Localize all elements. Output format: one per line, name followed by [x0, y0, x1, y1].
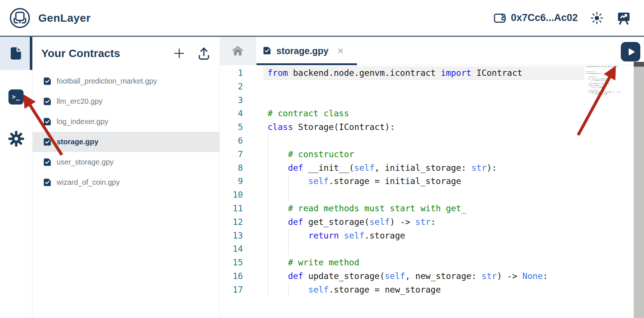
code-line: return self.storage: [268, 229, 548, 243]
code-editor[interactable]: 1234567891011121314151617 from backend.n…: [220, 65, 634, 318]
wallet-icon: [493, 11, 506, 25]
contract-file-item[interactable]: llm_erc20.gpy: [33, 91, 219, 112]
code-line: from backend.node.genvm.icontract import…: [268, 66, 548, 80]
brand: GenLayer: [10, 8, 91, 28]
wallet-address-chip[interactable]: 0x7Cc6...Ac02: [493, 11, 578, 25]
sidebar-item-files[interactable]: [0, 37, 32, 70]
code-line: [268, 188, 548, 202]
upload-icon: [197, 46, 211, 61]
contract-file-name: log_indexer.gpy: [57, 117, 108, 126]
run-contract-button[interactable]: [621, 42, 640, 61]
terminal-glyph: >_: [12, 93, 20, 100]
checked-file-icon: [43, 178, 52, 187]
checked-file-icon: [43, 97, 52, 106]
minimap-content: from backend.node.genvm.icontract import…: [586, 66, 633, 95]
contracts-panel-title: Your Contracts: [41, 47, 173, 60]
code-line: [268, 80, 548, 93]
checked-file-icon: [43, 138, 52, 146]
upload-contract-button[interactable]: [197, 46, 211, 61]
checked-file-icon: [263, 46, 271, 55]
theme-toggle-button[interactable]: [590, 11, 604, 25]
contracts-panel-header: Your Contracts: [33, 37, 219, 70]
contract-file-item[interactable]: football_prediction_market.gpy: [33, 71, 219, 91]
contract-file-item[interactable]: log_indexer.gpy: [33, 112, 219, 132]
genlayer-logo-icon: [10, 8, 30, 28]
code-lines: from backend.node.genvm.icontract import…: [268, 66, 548, 297]
line-number: 11: [220, 202, 243, 215]
line-number: 5: [220, 120, 243, 134]
code-line: self.storage = initial_storage: [268, 174, 548, 188]
line-number: 3: [220, 93, 243, 107]
contract-file-name: llm_erc20.gpy: [57, 97, 103, 106]
home-icon: [231, 45, 244, 58]
editor-tab-bar: storage.gpy ×: [220, 37, 644, 65]
tab-storage-gpy[interactable]: storage.gpy ×: [256, 37, 357, 65]
code-line: # write method: [268, 256, 548, 269]
line-number: 17: [220, 283, 243, 297]
line-number: 16: [220, 269, 243, 283]
line-numbers: 1234567891011121314151617: [220, 66, 243, 297]
contracts-list: football_prediction_market.gpy llm_erc20…: [33, 71, 219, 192]
line-number: 8: [220, 161, 243, 175]
contract-file-name: football_prediction_market.gpy: [57, 77, 157, 85]
checked-file-icon: [43, 77, 52, 85]
line-number: 12: [220, 215, 243, 229]
page-scrollbar[interactable]: [634, 62, 644, 318]
wallet-address: 0x7Cc6...Ac02: [511, 12, 578, 24]
top-header: GenLayer 0x7Cc6...Ac02: [0, 0, 644, 37]
terminal-icon: >_: [8, 89, 24, 105]
gear-icon: [8, 130, 25, 147]
code-line: [268, 242, 548, 256]
sidebar-item-settings[interactable]: [0, 124, 32, 153]
home-tab-button[interactable]: [220, 37, 256, 65]
line-number: 4: [220, 107, 243, 120]
sidebar-item-terminal[interactable]: >_: [0, 82, 32, 111]
code-line: self.storage = new_storage: [586, 93, 633, 95]
code-line: class Storage(IContract):: [268, 120, 548, 134]
contract-file-item[interactable]: storage.gpy: [33, 132, 219, 152]
checked-file-icon: [43, 117, 52, 126]
contract-file-name: wizard_of_coin.gpy: [57, 178, 120, 187]
presentation-board-icon: [616, 10, 631, 26]
contract-file-name: user_storage.gpy: [57, 158, 114, 166]
line-number: 15: [220, 256, 243, 269]
line-number: 9: [220, 174, 243, 188]
minimap[interactable]: from backend.node.genvm.icontract import…: [586, 66, 633, 106]
line-number: 7: [220, 148, 243, 161]
tab-close-icon[interactable]: ×: [337, 46, 344, 56]
code-line: [268, 134, 548, 148]
scrollbar-thumb[interactable]: [634, 62, 644, 67]
tab-file-check-slot: [263, 46, 272, 56]
sun-icon: [590, 11, 604, 25]
code-line: def update_storage(self, new_storage: st…: [268, 269, 548, 283]
line-number: 1: [220, 66, 243, 80]
code-line: [268, 93, 548, 107]
contract-file-item[interactable]: wizard_of_coin.gpy: [33, 172, 219, 192]
line-number: 6: [220, 134, 243, 148]
code-line: # contract class: [268, 107, 548, 120]
line-number: 13: [220, 229, 243, 243]
code-line: def get_storage(self) -> str:: [268, 215, 548, 229]
code-line: # read methods must start with get_: [268, 202, 548, 215]
code-line: # constructor: [268, 148, 548, 161]
line-number: 2: [220, 80, 243, 93]
checked-file-icon: [43, 158, 52, 166]
contract-file-name: storage.gpy: [57, 138, 98, 146]
add-contract-button[interactable]: [173, 47, 185, 60]
tab-label: storage.gpy: [276, 46, 329, 56]
icon-sidebar: >_: [0, 37, 32, 318]
contracts-panel: Your Contracts football_prediction_marke…: [33, 37, 220, 318]
line-number: 14: [220, 242, 243, 256]
contract-file-item[interactable]: user_storage.gpy: [33, 152, 219, 172]
plus-icon: [173, 47, 185, 60]
code-line: def __init__(self, initial_storage: str)…: [268, 161, 548, 175]
code-line: self.storage = new_storage: [268, 283, 548, 297]
app-title: GenLayer: [38, 12, 91, 24]
file-icon: [8, 46, 24, 61]
line-number: 10: [220, 188, 243, 202]
tutorial-presentation-button[interactable]: [616, 10, 631, 26]
play-icon: [625, 46, 636, 57]
